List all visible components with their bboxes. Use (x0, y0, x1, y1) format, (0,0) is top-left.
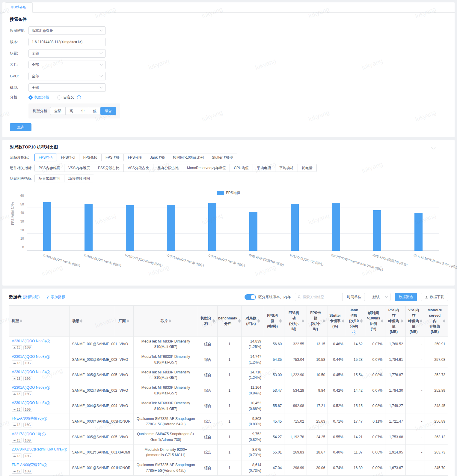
tier-option-4[interactable]: 综合 (100, 107, 116, 115)
info-icon[interactable]: i (43, 463, 47, 467)
radio-custom-label[interactable]: 自定义 (63, 95, 74, 100)
metric-1-8[interactable]: 平均功耗 (275, 164, 298, 172)
column-header-mono[interactable]: MonoRe served内 存峰值 (MB) (425, 306, 448, 337)
metric-2-1[interactable]: 场景持续时间 (64, 175, 94, 182)
model-link[interactable]: V2217A(iQOO 10)i (12, 431, 67, 437)
metric-0-2[interactable]: FPS低帧 (79, 154, 102, 161)
tier-option-0[interactable]: 全部 (50, 107, 66, 115)
model-select[interactable]: 全部 (28, 83, 106, 92)
sort-carets-icon[interactable] (169, 319, 171, 323)
metric-0-7[interactable]: Stutter卡顿率 (208, 154, 237, 161)
column-header-jank[interactable]: Jank卡顿 (次/10 分钟)i (346, 306, 365, 337)
info-icon[interactable]: i (42, 433, 46, 436)
column-header-jitter[interactable]: FPS抖动 (次/小时) (284, 306, 307, 337)
sort-carets-icon[interactable] (420, 319, 422, 323)
sort-carets-icon[interactable] (323, 319, 325, 323)
sort-carets-icon[interactable] (381, 319, 383, 323)
model-link[interactable]: 23078RKD5C(Redmi K60 Ultra)i (12, 447, 67, 452)
model-link[interactable]: V2301A(iQOO Neo8)i (12, 400, 67, 406)
metric-1-6[interactable]: CPU均值 (230, 164, 253, 172)
info-icon[interactable]: i (43, 417, 47, 421)
tier-option-1[interactable]: 高 (65, 107, 77, 115)
tab-model-analysis[interactable]: 机型分析 (5, 2, 33, 13)
column-header-scene[interactable]: 场景 (70, 306, 114, 337)
metric-0-3[interactable]: FPS卡顿 (101, 154, 124, 161)
metric-0-4[interactable]: FPS分段 (123, 154, 146, 161)
metric-0-1[interactable]: FPS抖动 (57, 154, 79, 161)
column-header-tier[interactable]: 机型分档 (198, 306, 217, 337)
tier-option-2[interactable]: 中 (77, 107, 89, 115)
radio-model-tier-label[interactable]: 机型分档 (34, 95, 49, 100)
tier-option-3[interactable]: 低 (89, 107, 101, 115)
data-filter-button[interactable]: 数据筛选 (395, 293, 417, 301)
data-download-button[interactable]: 数据下载 (421, 293, 448, 301)
info-icon[interactable]: i (46, 355, 50, 359)
column-header-fps[interactable]: FPS均值 (帧/秒) (264, 306, 284, 337)
sort-carets-icon[interactable] (257, 319, 260, 323)
search-input[interactable] (303, 295, 340, 299)
chart-legend[interactable]: FPS均值 (10, 190, 447, 196)
metric-2-0[interactable]: 场景加载时间 (34, 175, 64, 182)
column-header-frametime[interactable]: 帧时间 >100ms 比例 (%) (365, 306, 385, 337)
metric-1-3[interactable]: VSS分段占比 (123, 164, 153, 172)
metric-1-0[interactable]: PSS内存维度 (34, 164, 64, 172)
info-icon[interactable]: i (46, 340, 50, 343)
sort-carets-icon[interactable] (80, 319, 82, 323)
column-header-model[interactable]: 机型 (9, 306, 70, 337)
model-link[interactable]: V2301A(iQOO Neo8)i (12, 354, 67, 360)
ram-badge: 16G (23, 345, 32, 350)
info-icon[interactable]: i (352, 331, 356, 334)
info-icon[interactable]: i (64, 448, 67, 451)
sort-carets-icon[interactable] (302, 319, 304, 323)
query-button[interactable]: 查询 (10, 123, 31, 131)
metric-0-0[interactable]: FPS均值 (34, 154, 57, 161)
sort-carets-icon[interactable] (401, 319, 403, 323)
metric-0-6[interactable]: 帧时间>100ms比例 (169, 154, 208, 161)
sort-carets-icon[interactable] (20, 319, 22, 323)
column-header-katon[interactable]: FPS卡顿 (次/小时) (307, 306, 328, 337)
sort-carets-icon[interactable] (342, 319, 344, 323)
info-icon[interactable]: i (46, 386, 50, 390)
radio-custom[interactable] (57, 95, 61, 100)
sort-carets-icon[interactable] (360, 319, 363, 323)
info-icon[interactable]: i (46, 370, 50, 374)
sort-carets-icon[interactable] (212, 319, 215, 323)
column-header-vendor[interactable]: 厂商 (114, 306, 133, 337)
metric-1-4[interactable]: 显存分段占比 (153, 164, 183, 172)
gpu-select[interactable]: 全部 (28, 72, 106, 80)
model-link[interactable]: FNE-AN00(荣耀70)i (12, 462, 67, 468)
scene-select[interactable]: 全部 (28, 49, 106, 58)
time-unit-select[interactable]: 默认 (364, 293, 390, 301)
metric-1-1[interactable]: VSS内存维度 (64, 164, 94, 172)
metric-1-2[interactable]: PSS分段占比 (94, 164, 124, 172)
model-link[interactable]: FNE-AN00(荣耀70)i (12, 416, 67, 421)
info-icon[interactable]: i (46, 401, 50, 405)
column-header-vss[interactable]: VSS内存 峰值均值 (MB) (405, 306, 425, 337)
sort-carets-icon[interactable] (238, 319, 241, 323)
radio-model-tier[interactable] (28, 95, 33, 100)
metric-1-5[interactable]: MonoReserved内存峰值 (183, 164, 230, 172)
os-memory-toggle[interactable] (245, 294, 256, 300)
sort-carets-icon[interactable] (279, 319, 282, 323)
column-header-matches[interactable]: 对局数 (占比) (242, 306, 264, 337)
column-header-bench[interactable]: benchmark 分档 (217, 306, 242, 337)
column-header-stutter[interactable]: Stutter 卡顿率 (%) (328, 306, 346, 337)
model-link[interactable]: V2301A(iQOO Neo8)i (12, 385, 67, 391)
cell-jank: 16.39 (346, 460, 365, 476)
sort-carets-icon[interactable] (127, 319, 129, 323)
metric-1-9[interactable]: 耗电量 (298, 164, 317, 172)
metric-description-link[interactable]: (指标说明) (23, 295, 40, 300)
model-link[interactable]: V2301A(iQOO Neo8)i (12, 338, 67, 344)
info-icon[interactable]: i (77, 95, 81, 99)
sort-carets-icon[interactable] (443, 319, 445, 323)
column-header-chip[interactable]: 芯片 (133, 306, 198, 337)
column-header-pss[interactable]: PSS内存 峰值均值 (MB) (385, 306, 405, 337)
metric-1-7[interactable]: 平均电流 (253, 164, 275, 172)
model-link[interactable]: V2301A(iQOO Neo8)i (12, 369, 67, 375)
collapse-chevron-icon[interactable] (432, 145, 435, 149)
version-input[interactable] (28, 38, 106, 46)
dimension-select[interactable]: 版本汇总数据 (28, 26, 106, 35)
metric-0-5[interactable]: Jank卡顿 (146, 154, 169, 161)
add-metric-link[interactable]: 添加指标 (46, 295, 65, 300)
chip-select[interactable]: 全部 (28, 61, 106, 69)
